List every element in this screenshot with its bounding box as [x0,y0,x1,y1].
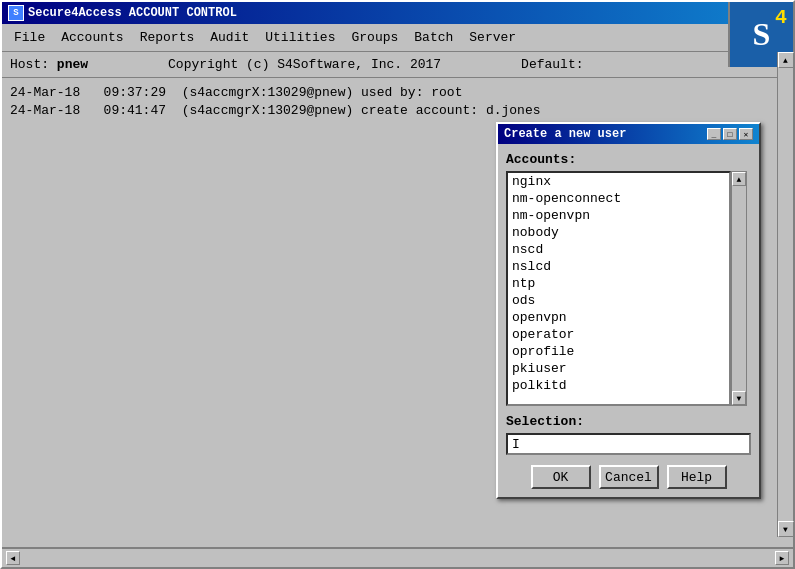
scroll-right-button[interactable]: ► [775,551,789,565]
list-item[interactable]: nm-openvpn [508,207,729,224]
logo-4: 4 [775,6,787,29]
title-bar-left: S Secure4Access ACCOUNT CONTROL [8,5,237,21]
main-window: S Secure4Access ACCOUNT CONTROL _ □ ✕ Fi… [0,0,795,569]
selection-label: Selection: [506,414,751,429]
accounts-list[interactable]: nginxnm-openconnectnm-openvpnnobodynscdn… [506,171,731,406]
scroll-up-button[interactable]: ▲ [778,52,794,68]
default-label: Default: [521,57,583,72]
list-item[interactable]: ods [508,292,729,309]
menu-server[interactable]: Server [461,28,524,47]
list-item[interactable]: nginx [508,173,729,190]
create-user-dialog: Create a new user _ □ ✕ Accounts: nginxn… [496,122,761,499]
window-title: Secure4Access ACCOUNT CONTROL [28,6,237,20]
ok-button[interactable]: OK [531,465,591,489]
accounts-label: Accounts: [506,152,751,167]
list-scrollbar: ▲ ▼ [731,171,747,406]
dialog-minimize[interactable]: _ [707,128,721,140]
bottom-bar: ◄ ► [2,547,793,567]
dialog-title-text: Create a new user [504,127,626,141]
cancel-button[interactable]: Cancel [599,465,659,489]
menu-utilities[interactable]: Utilities [257,28,343,47]
dialog-maximize[interactable]: □ [723,128,737,140]
help-button[interactable]: Help [667,465,727,489]
copyright-text: Copyright (c) S4Software, Inc. 2017 [168,57,441,72]
dialog-content: Accounts: nginxnm-openconnectnm-openvpnn… [498,144,759,497]
list-item[interactable]: nm-openconnect [508,190,729,207]
dialog-title-bar: Create a new user _ □ ✕ [498,124,759,144]
status-bar: Host: pnew Copyright (c) S4Software, Inc… [2,52,793,78]
menu-file[interactable]: File [6,28,53,47]
title-bar: S Secure4Access ACCOUNT CONTROL _ □ ✕ [2,2,793,24]
logo-s: S [753,16,771,53]
dialog-controls: _ □ ✕ [707,128,753,140]
list-item[interactable]: openvpn [508,309,729,326]
host-value: pnew [57,57,88,72]
selection-input[interactable] [506,433,751,455]
app-icon: S [8,5,24,21]
menu-reports[interactable]: Reports [132,28,203,47]
menu-bar: File Accounts Reports Audit Utilities Gr… [2,24,793,52]
list-item[interactable]: pkiuser [508,360,729,377]
list-scroll-track [732,186,746,391]
list-item[interactable]: polkitd [508,377,729,394]
list-scroll-down[interactable]: ▼ [732,391,746,405]
menu-groups[interactable]: Groups [343,28,406,47]
menu-batch[interactable]: Batch [406,28,461,47]
list-item[interactable]: nslcd [508,258,729,275]
log-line-1: 24-Mar-18 09:37:29 (s4accmgrX:13029@pnew… [10,84,785,102]
menu-audit[interactable]: Audit [202,28,257,47]
log-line-2: 24-Mar-18 09:41:47 (s4accmgrX:13029@pnew… [10,102,785,120]
dialog-buttons: OK Cancel Help [506,465,751,489]
list-item[interactable]: nscd [508,241,729,258]
accounts-list-container: nginxnm-openconnectnm-openvpnnobodynscdn… [506,171,751,406]
dialog-close[interactable]: ✕ [739,128,753,140]
list-item[interactable]: operator [508,326,729,343]
list-item[interactable]: nobody [508,224,729,241]
list-item[interactable]: oprofile [508,343,729,360]
scroll-down-button[interactable]: ▼ [778,521,794,537]
menu-accounts[interactable]: Accounts [53,28,131,47]
host-label: Host: pnew [10,57,88,72]
list-item[interactable]: ntp [508,275,729,292]
scroll-left-button[interactable]: ◄ [6,551,20,565]
list-scroll-up[interactable]: ▲ [732,172,746,186]
main-scrollbar: ▲ ▼ [777,52,793,537]
